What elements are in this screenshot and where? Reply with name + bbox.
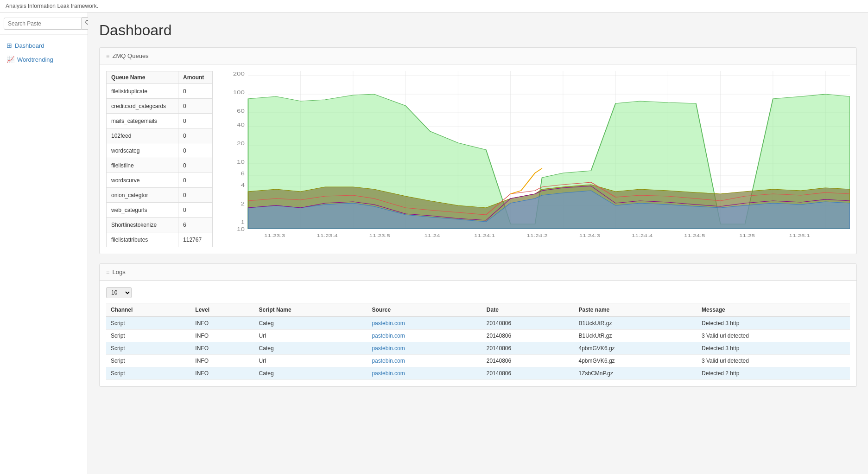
queue-amount: 0 [178, 203, 213, 218]
log-source: pastebin.com [367, 317, 482, 330]
queue-amount: 112767 [178, 232, 213, 247]
logs-panel-body: 102550100 ChannelLevelScript NameSourceD… [100, 281, 856, 386]
queue-row: Shortlinestokenize6 [107, 218, 213, 232]
logs-col-header: Level [190, 303, 254, 317]
sidebar-item-dashboard-label: Dashboard [15, 42, 44, 49]
queue-amount: 0 [178, 188, 213, 203]
log-message: 3 Valid url detected [697, 330, 850, 342]
log-source: pastebin.com [367, 355, 482, 367]
log-level: INFO [190, 367, 254, 380]
log-level: INFO [190, 317, 254, 330]
svg-text:11:24:2: 11:24:2 [526, 233, 547, 237]
queue-name: wordscateg [107, 143, 178, 158]
zmq-chart-svg: 200 100 60 40 20 10 6 4 2 1 10 [220, 71, 850, 247]
dashboard-icon: ⊞ [6, 42, 12, 49]
queue-amount: 6 [178, 218, 213, 232]
queue-name: filelistline [107, 158, 178, 173]
logs-col-header: Message [697, 303, 850, 317]
log-level: INFO [190, 342, 254, 355]
queue-name: filelistduplicate [107, 84, 178, 99]
logs-panel-header: ≡ Logs [100, 264, 856, 281]
log-paste: 4pbmGVK6.gz [574, 355, 697, 367]
queue-name: wordscurve [107, 173, 178, 188]
log-source-link[interactable]: pastebin.com [372, 320, 405, 327]
log-row: Script INFO Url pastebin.com 20140806 B1… [106, 330, 850, 342]
log-date: 20140806 [482, 342, 574, 355]
log-source-link[interactable]: pastebin.com [372, 370, 405, 377]
nav-menu: ⊞ Dashboard 📈 Wordtrending [0, 35, 88, 70]
logs-col-header: Date [482, 303, 574, 317]
svg-text:11:23:4: 11:23:4 [317, 233, 338, 237]
sidebar-item-wordtrending[interactable]: 📈 Wordtrending [0, 52, 88, 66]
log-level: INFO [190, 330, 254, 342]
sidebar-item-dashboard[interactable]: ⊞ Dashboard [0, 38, 88, 52]
queue-row: 102feed0 [107, 128, 213, 143]
queue-row: creditcard_categcards0 [107, 99, 213, 114]
log-row: Script INFO Url pastebin.com 20140806 4p… [106, 355, 850, 367]
log-source-link[interactable]: pastebin.com [372, 333, 405, 339]
sidebar-item-wordtrending-label: Wordtrending [17, 56, 53, 63]
queue-col-amount: Amount [178, 71, 213, 84]
queue-amount: 0 [178, 143, 213, 158]
svg-text:100: 100 [233, 90, 245, 96]
svg-text:11:24:5: 11:24:5 [684, 233, 705, 237]
zmq-panel-body: Queue Name Amount filelistduplicate0cred… [100, 64, 856, 254]
log-channel: Script [106, 330, 190, 342]
queue-name: creditcard_categcards [107, 99, 178, 114]
svg-text:200: 200 [233, 71, 245, 77]
svg-text:10: 10 [237, 227, 245, 232]
svg-text:2: 2 [241, 201, 244, 207]
log-source: pastebin.com [367, 367, 482, 380]
queue-row: onion_categtor0 [107, 188, 213, 203]
logs-col-header: Script Name [254, 303, 367, 317]
logs-controls: 102550100 [106, 287, 850, 298]
log-channel: Script [106, 367, 190, 380]
log-source-link[interactable]: pastebin.com [372, 358, 405, 364]
search-bar [0, 13, 88, 35]
zmq-header-label: ZMQ Queues [113, 52, 149, 59]
queue-name: 102feed [107, 128, 178, 143]
queue-row: wordscurve0 [107, 173, 213, 188]
svg-text:11:24:1: 11:24:1 [474, 233, 495, 237]
queue-row: mails_categemails0 [107, 114, 213, 128]
queue-row: wordscateg0 [107, 143, 213, 158]
svg-text:11:24:3: 11:24:3 [579, 233, 600, 237]
sidebar: ⊞ Dashboard 📈 Wordtrending [0, 13, 88, 474]
svg-text:11:25:1: 11:25:1 [789, 233, 810, 237]
log-message: Detected 2 http [697, 367, 850, 380]
queue-amount: 0 [178, 84, 213, 99]
logs-header-icon: ≡ [106, 269, 110, 275]
log-message: 3 Valid url detected [697, 355, 850, 367]
logs-col-header: Source [367, 303, 482, 317]
queue-amount: 0 [178, 158, 213, 173]
log-source: pastebin.com [367, 330, 482, 342]
log-script: Categ [254, 367, 367, 380]
svg-text:11:24:4: 11:24:4 [632, 233, 653, 237]
log-date: 20140806 [482, 355, 574, 367]
queue-row: filelistduplicate0 [107, 84, 213, 99]
search-input[interactable] [4, 18, 82, 30]
queue-name: web_categurls [107, 203, 178, 218]
svg-text:11:25: 11:25 [739, 233, 755, 237]
app-title-bar: Analysis Information Leak framework. [0, 0, 868, 13]
zmq-panel: ≡ ZMQ Queues Queue Name Amount filelistd… [99, 47, 857, 254]
svg-text:20: 20 [237, 141, 245, 147]
zmq-chart: 200 100 60 40 20 10 6 4 2 1 10 [220, 71, 850, 247]
main-content: Dashboard ≡ ZMQ Queues Queue Name Amount [88, 13, 868, 474]
log-script: Categ [254, 342, 367, 355]
log-script: Categ [254, 317, 367, 330]
log-date: 20140806 [482, 317, 574, 330]
log-channel: Script [106, 355, 190, 367]
logs-header-label: Logs [113, 269, 126, 275]
queue-col-name: Queue Name [107, 71, 178, 84]
queue-row: filelistattributes112767 [107, 232, 213, 247]
svg-text:6: 6 [241, 171, 244, 177]
log-message: Detected 3 http [697, 342, 850, 355]
log-source: pastebin.com [367, 342, 482, 355]
per-page-select[interactable]: 102550100 [106, 287, 132, 298]
log-paste: 4pbmGVK6.gz [574, 342, 697, 355]
log-date: 20140806 [482, 330, 574, 342]
queue-name: filelistattributes [107, 232, 178, 247]
app-title: Analysis Information Leak framework. [6, 3, 98, 9]
log-source-link[interactable]: pastebin.com [372, 345, 405, 352]
